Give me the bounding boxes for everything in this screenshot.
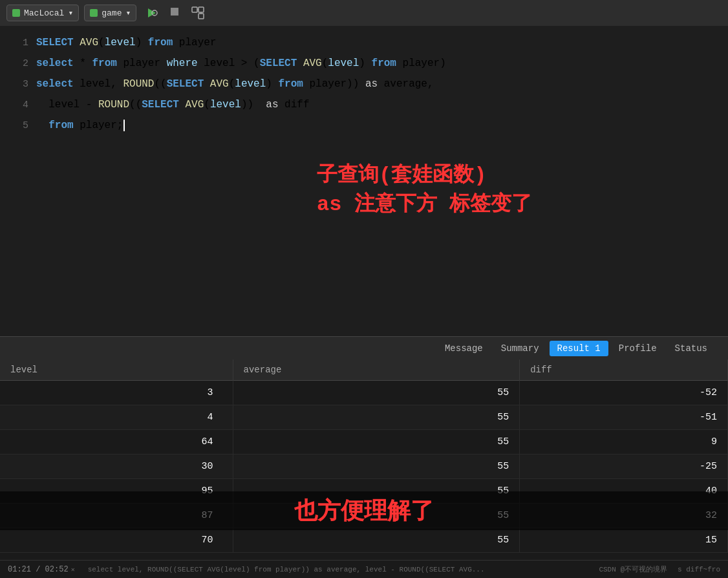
code-line-3: 3 select level, ROUND((SELECT AVG(level)… [0,74,728,94]
svg-rect-2 [171,8,178,16]
db-label: game [102,8,122,18]
status-sql: select level, ROUND((SELECT AVG(level) f… [88,566,485,573]
line-number-1: 1 [10,37,28,48]
table-cell-1: 55 [233,455,520,479]
schema-icon [191,6,204,19]
code-line-5: 5 from player; [0,115,728,136]
table-cell-2: -25 [520,455,728,479]
status-bar: 01:21 / 02:52 ✕ select level, ROUND((SEL… [0,560,728,578]
table-header-row: level average diff [0,359,728,381]
table-row: 705515 [0,528,728,553]
status-right: CSDN @不可视的境界 s diff~fro [599,564,720,574]
editor-annotation: 子查询(套娃函数) as 注意下方 标签变了 [317,162,532,220]
line-number-3: 3 [10,79,28,90]
code-content-2: select * from player where level > (SELE… [36,53,446,74]
annotation-line1: 子查询(套娃函数) [317,162,532,191]
col-level: level [0,359,233,381]
table-row: 455-51 [0,405,728,430]
db-dropdown[interactable]: game ▾ [84,5,136,21]
tab-message[interactable]: Message [437,341,491,356]
table-cell-0: 95 [0,479,233,504]
table-cell-0: 64 [0,430,233,455]
code-line-1: 1 SELECT AVG(level) from player [0,32,728,53]
code-content-3: select level, ROUND((SELECT AVG(level) f… [36,74,434,94]
svg-rect-3 [192,7,197,12]
stop-icon [169,6,180,17]
table-cell-2: 9 [520,430,728,455]
code-line-4: 4 level - ROUND((SELECT AVG(level)) as d… [0,94,728,115]
table-cell-0: 87 [0,504,233,528]
schema-button[interactable] [188,5,208,21]
code-content-1: SELECT AVG(level) from player [36,32,216,53]
toolbar: MacLocal ▾ game ▾ [0,0,728,26]
annotation-line2: as 注意下方 标签变了 [317,191,532,220]
table-row: 355-52 [0,381,728,405]
stop-button[interactable] [166,5,183,21]
table-cell-2: -52 [520,381,728,405]
table-cell-1: 55 [233,504,520,528]
db-indicator [90,9,98,17]
csdn-text: CSDN @不可视的境界 [599,564,667,574]
table-cell-2: 40 [520,479,728,504]
env-chevron: ▾ [68,8,73,18]
env-label: MacLocal [24,8,64,18]
svg-rect-5 [198,14,204,19]
editor[interactable]: 1 SELECT AVG(level) from player 2 select… [0,26,728,336]
table-cell-0: 3 [0,381,233,405]
table-body: 355-52455-51645593055-259555408755327055… [0,381,728,553]
svg-rect-4 [198,7,204,12]
table-cell-1: 55 [233,381,520,405]
code-line-2: 2 select * from player where level > (SE… [0,53,728,74]
table-row: 3055-25 [0,455,728,479]
line-number-5: 5 [10,120,28,131]
table-cell-1: 55 [233,405,520,430]
cursor-position: 01:21 / 02:52 [8,565,69,574]
results-area: level average diff 355-52455-51645593055… [0,359,728,560]
table-cell-1: 55 [233,479,520,504]
tab-status[interactable]: Status [667,341,715,356]
table-row: 955540 [0,479,728,504]
env-indicator [12,9,20,17]
env-dropdown[interactable]: MacLocal ▾ [6,5,79,21]
tab-profile[interactable]: Profile [611,341,665,356]
run-button[interactable] [142,5,161,21]
table-cell-0: 4 [0,405,233,430]
table-cell-0: 70 [0,528,233,553]
status-position: 01:21 / 02:52 ✕ [8,565,75,574]
line-number-4: 4 [10,100,28,111]
table-cell-2: -51 [520,405,728,430]
sql-preview-text: select level, ROUND((SELECT AVG(level) f… [88,566,485,573]
table-cell-2: 15 [520,528,728,553]
status-close[interactable]: ✕ [71,566,75,573]
table-cell-0: 30 [0,455,233,479]
table-cell-1: 55 [233,430,520,455]
table-row: 875532 [0,504,728,528]
tab-result1[interactable]: Result 1 [550,341,608,356]
code-content-4: level - ROUND((SELECT AVG(level)) as dif… [36,94,310,115]
results-table: level average diff 355-52455-51645593055… [0,359,728,553]
table-row: 64559 [0,430,728,455]
run-icon [145,6,158,19]
col-diff: diff [520,359,728,381]
table-cell-1: 55 [233,528,520,553]
db-chevron: ▾ [125,8,131,18]
table-cell-2: 32 [520,504,728,528]
col-average: average [233,359,520,381]
tabs-bar: Message Summary Result 1 Profile Status [0,336,728,359]
tab-summary[interactable]: Summary [493,341,547,356]
diff-text: s diff~fro [678,564,720,574]
line-number-2: 2 [10,58,28,69]
code-content-5: from player; [36,115,125,136]
